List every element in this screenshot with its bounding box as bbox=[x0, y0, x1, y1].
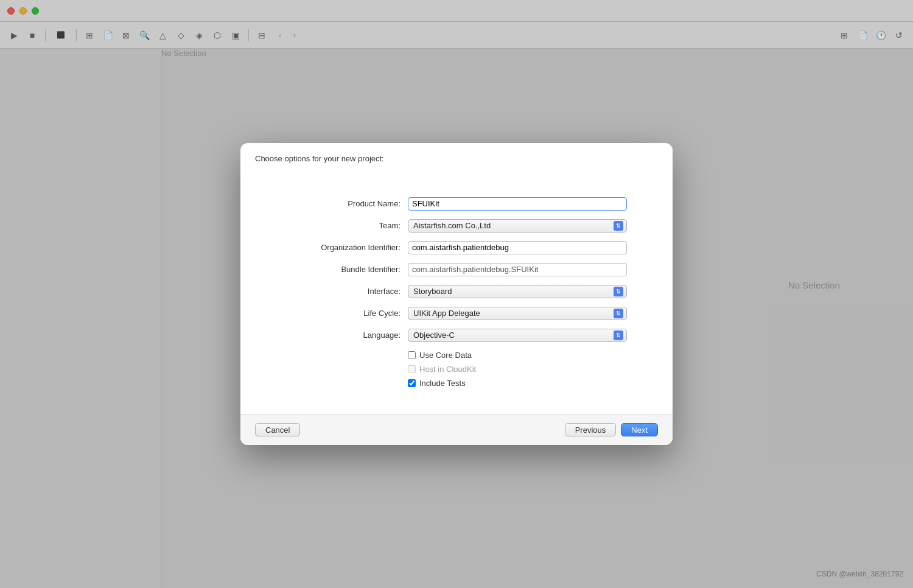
footer-right-buttons: Previous Next bbox=[565, 423, 658, 436]
modal-overlay: Choose options for your new project: Pro… bbox=[0, 0, 913, 588]
bundle-identifier-value: com.aistarfish.patientdebug.SFUIKit bbox=[408, 263, 627, 276]
host-cloudkit-label: Host in CloudKit bbox=[419, 365, 476, 374]
host-cloudkit-checkbox[interactable] bbox=[408, 365, 416, 373]
org-identifier-label: Organization Identifier: bbox=[286, 243, 408, 252]
checkboxes-section: Use Core Data Host in CloudKit Include T… bbox=[408, 351, 627, 388]
include-tests-label: Include Tests bbox=[419, 379, 466, 388]
team-select[interactable]: Aistarfish.com Co.,Ltd bbox=[408, 219, 627, 233]
modal-content: Product Name: Team: Aistarfish.com Co.,L… bbox=[240, 170, 673, 414]
interface-row: Interface: Storyboard SwiftUI ⇅ bbox=[286, 285, 627, 298]
team-label: Team: bbox=[286, 221, 408, 230]
lifecycle-select[interactable]: UIKit App Delegate SwiftUI App bbox=[408, 307, 627, 320]
next-button[interactable]: Next bbox=[621, 423, 658, 436]
bundle-identifier-label: Bundle Identifier: bbox=[286, 265, 408, 274]
language-select[interactable]: Objective-C Swift bbox=[408, 329, 627, 342]
include-tests-checkbox[interactable] bbox=[408, 379, 416, 387]
product-name-input[interactable] bbox=[408, 197, 627, 211]
language-row: Language: Objective-C Swift ⇅ bbox=[286, 329, 627, 342]
host-cloudkit-row: Host in CloudKit bbox=[408, 365, 627, 374]
language-label: Language: bbox=[286, 331, 408, 340]
lifecycle-row: Life Cycle: UIKit App Delegate SwiftUI A… bbox=[286, 307, 627, 320]
product-name-row: Product Name: bbox=[286, 197, 627, 211]
team-row: Team: Aistarfish.com Co.,Ltd ⇅ bbox=[286, 219, 627, 233]
lifecycle-label: Life Cycle: bbox=[286, 309, 408, 318]
interface-select-wrapper: Storyboard SwiftUI ⇅ bbox=[408, 285, 627, 298]
interface-label: Interface: bbox=[286, 287, 408, 296]
use-core-data-row: Use Core Data bbox=[408, 351, 627, 360]
product-name-label: Product Name: bbox=[286, 199, 408, 208]
cancel-button[interactable]: Cancel bbox=[255, 423, 300, 436]
modal-title: Choose options for your new project: bbox=[240, 143, 673, 170]
modal-footer: Cancel Previous Next bbox=[240, 414, 673, 445]
language-select-wrapper: Objective-C Swift ⇅ bbox=[408, 329, 627, 342]
interface-select[interactable]: Storyboard SwiftUI bbox=[408, 285, 627, 298]
form-container: Product Name: Team: Aistarfish.com Co.,L… bbox=[286, 197, 627, 388]
previous-button[interactable]: Previous bbox=[565, 423, 617, 436]
use-core-data-checkbox[interactable] bbox=[408, 351, 416, 359]
org-identifier-input[interactable] bbox=[408, 241, 627, 254]
bundle-identifier-row: Bundle Identifier: com.aistarfish.patien… bbox=[286, 263, 627, 276]
team-select-wrapper: Aistarfish.com Co.,Ltd ⇅ bbox=[408, 219, 627, 233]
include-tests-row: Include Tests bbox=[408, 379, 627, 388]
lifecycle-select-wrapper: UIKit App Delegate SwiftUI App ⇅ bbox=[408, 307, 627, 320]
new-project-modal: Choose options for your new project: Pro… bbox=[240, 143, 673, 445]
use-core-data-label: Use Core Data bbox=[419, 351, 472, 360]
org-identifier-row: Organization Identifier: bbox=[286, 241, 627, 254]
